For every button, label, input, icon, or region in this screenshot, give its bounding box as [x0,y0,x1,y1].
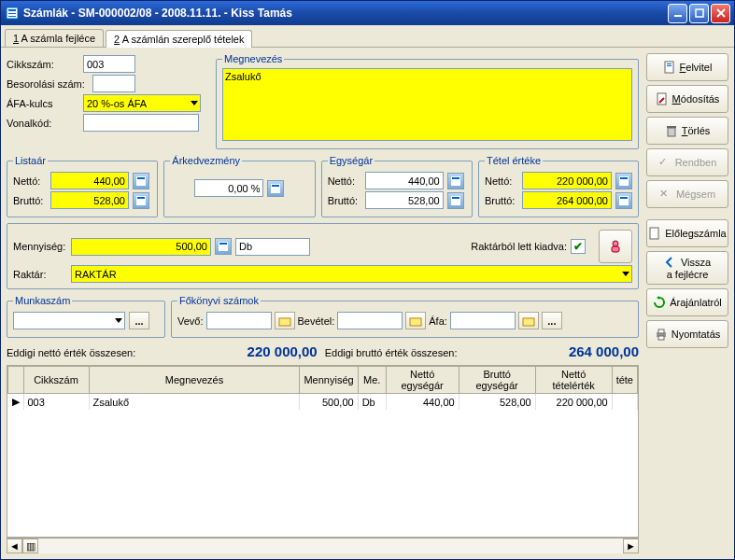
egysegar-brutto-input[interactable] [365,191,444,209]
elolegszamla-button[interactable]: Előlegszámla [646,219,728,247]
table-row[interactable]: ▶003Zsalukő500,00Db440,00528,00220 000,0… [8,394,638,411]
calculator-icon[interactable] [133,173,149,189]
svg-rect-27 [410,318,421,326]
col-brutto-egysegar[interactable]: Bruttó egységár [459,367,535,394]
raktarbol-kiadva-label: Raktárból lett kiadva: [471,241,567,252]
fokonyvi-more-button[interactable]: ... [542,312,562,329]
megnevezes-legend: Megnevezés [222,53,284,64]
svg-rect-26 [279,318,290,326]
tab-invoice-items[interactable]: 2 A számlán szereplő tételek [106,30,252,48]
scroll-left-button[interactable]: ◄ [7,539,22,553]
bevetel-browse-button[interactable] [405,312,426,329]
col-tetel-extra[interactable]: téte [612,367,637,394]
modositas-button[interactable]: Módosítás [646,85,728,113]
edit-icon [656,92,669,105]
total-netto-value: 220 000,00 [135,343,324,359]
cikkszam-input[interactable] [83,55,135,73]
egysegar-netto-input[interactable] [365,172,444,189]
svg-rect-19 [620,177,628,179]
horizontal-scrollbar[interactable]: ◄ ▥ ► [7,538,639,553]
col-netto-tetelertek[interactable]: Nettó tételérték [535,367,612,394]
vevo-label: Vevő: [177,315,204,327]
besorolasi-input[interactable] [92,75,135,92]
arkedvezmeny-legend: Árkedvezmény [170,155,242,166]
svg-rect-36 [650,228,658,239]
tetelertek-brutto-label: Bruttó: [485,195,518,206]
col-me[interactable]: Me. [358,367,386,394]
fokonyvi-afa-browse-button[interactable] [518,312,539,329]
mennyisegi-egyseg-input[interactable] [235,238,310,256]
tab-invoice-header[interactable]: 1 A számla fejléce [5,29,104,47]
vevo-browse-button[interactable] [275,312,295,329]
tab-strip: 1 A számla fejléce 2 A számlán szereplő … [1,25,734,48]
svg-rect-9 [137,177,145,179]
tetelertek-brutto-input[interactable] [522,191,612,209]
listaar-netto-input[interactable] [50,172,129,189]
calculator-icon[interactable] [133,192,149,209]
calculator-icon[interactable] [615,192,632,209]
fokonyvi-legend: Főkönyvi számok [177,295,261,306]
col-mennyiseg[interactable]: Mennyiség [300,367,358,394]
close-button[interactable] [711,4,730,23]
listaar-brutto-label: Bruttó: [13,195,47,206]
torles-button[interactable]: Törlés [646,117,728,145]
calculator-icon[interactable] [447,192,464,209]
munkaszam-browse-button[interactable]: ... [129,312,149,329]
svg-rect-3 [8,16,16,17]
felvitel-button[interactable]: FFelvitelelvitel [646,53,728,81]
raktar-label: Raktár: [13,269,67,280]
col-megnevezes[interactable]: Megnevezés [89,367,300,394]
svg-rect-21 [620,197,628,199]
mennyiseg-input[interactable] [71,238,211,256]
listaar-brutto-input[interactable] [50,191,129,209]
cancel-icon: ✕ [659,188,672,201]
svg-rect-23 [219,243,227,245]
mennyiseg-label: Mennyiség: [13,241,67,252]
vissza-fejlecre-button[interactable]: Vissza a fejlécre [646,251,728,285]
refresh-icon [653,296,666,309]
invoice-icon [648,227,661,240]
svg-rect-32 [657,93,666,105]
col-cikkszam[interactable]: Cikkszám [23,367,89,394]
vonalkod-input[interactable] [83,114,199,132]
raktarbol-kiadva-checkbox[interactable]: ✔ [571,239,586,254]
user-lookup-button[interactable] [599,230,632,263]
svg-rect-4 [674,15,682,17]
svg-rect-13 [272,185,279,187]
items-grid[interactable]: Cikkszám Megnevezés Mennyiség Me. Nettó … [7,365,639,538]
svg-rect-1 [8,9,16,11]
arajanlatrol-button[interactable]: Árajánlatról [646,288,728,316]
calculator-icon[interactable] [267,180,284,197]
bevetel-label: Bevétel: [298,315,335,327]
megnevezes-textarea[interactable]: Zsalukő [222,68,632,141]
minimize-button[interactable] [668,4,687,23]
total-brutto-value: 264 000,00 [458,343,639,359]
scroll-handle-icon[interactable]: ▥ [22,539,38,553]
vevo-input[interactable] [206,312,272,329]
arkedvezmeny-input[interactable] [194,179,263,197]
svg-rect-25 [612,246,619,252]
fokonyvi-afa-input[interactable] [450,312,516,329]
calculator-icon[interactable] [615,173,632,189]
cikkszam-label: Cikkszám: [7,59,79,70]
maximize-button[interactable] [689,4,709,23]
calculator-icon[interactable] [215,238,232,255]
svg-rect-11 [137,197,145,199]
calculator-icon[interactable] [447,173,464,189]
col-netto-egysegar[interactable]: Nettó egységár [386,367,459,394]
svg-rect-5 [696,9,703,17]
svg-rect-17 [452,197,459,199]
afakulcs-select[interactable]: 20 %-os ÁFA [83,94,201,112]
munkaszam-select[interactable] [13,312,125,329]
megsem-button[interactable]: ✕Mégsem [646,180,728,208]
bevetel-input[interactable] [337,312,403,329]
tetelertek-netto-input[interactable] [522,172,612,189]
svg-rect-38 [658,329,664,333]
rendben-button[interactable]: ✓Rendben [646,148,728,176]
app-icon [5,6,20,21]
nyomtatas-button[interactable]: Nyomtatás [646,320,728,348]
svg-rect-15 [452,177,459,179]
raktar-select[interactable]: RAKTÁR [71,265,632,283]
svg-point-24 [613,241,618,246]
scroll-right-button[interactable]: ► [623,539,639,553]
